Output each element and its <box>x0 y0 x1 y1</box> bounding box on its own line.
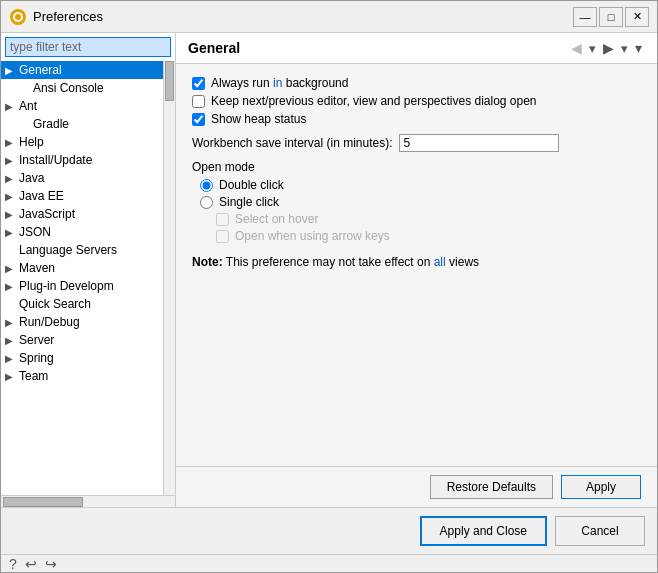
minimize-button[interactable]: — <box>573 7 597 27</box>
select-on-hover-checkbox[interactable] <box>216 213 229 226</box>
tree-item-ansiconsole[interactable]: Ansi Console <box>1 79 163 97</box>
single-click-row: Single click <box>200 195 641 209</box>
keep-editor-label: Keep next/previous editor, view and pers… <box>211 94 537 108</box>
tree-item-general[interactable]: ▶General <box>1 61 163 79</box>
note-bold: Note: <box>192 255 223 269</box>
scroll-thumb[interactable] <box>165 61 174 101</box>
show-heap-row: Show heap status <box>192 112 641 126</box>
tree-item-label: JavaScript <box>19 207 75 221</box>
nav-menu-button[interactable]: ▾ <box>632 39 645 57</box>
tree-arrow: ▶ <box>5 371 19 382</box>
tree-container: ▶General Ansi Console▶Ant Gradle▶Help▶In… <box>1 61 163 495</box>
tree-item-languageservers[interactable]: Language Servers <box>1 241 163 259</box>
tree-item-label: Language Servers <box>19 243 117 257</box>
right-panel-buttons: Restore Defaults Apply <box>176 466 657 507</box>
h-scroll-thumb[interactable] <box>3 497 83 507</box>
tree-item-json[interactable]: ▶JSON <box>1 223 163 241</box>
maximize-button[interactable]: □ <box>599 7 623 27</box>
window-title: Preferences <box>33 9 573 24</box>
note-all-link[interactable]: all <box>434 255 446 269</box>
help-icon[interactable]: ? <box>9 556 17 572</box>
nav-separator2: ▾ <box>621 41 628 56</box>
export-icon[interactable]: ↪ <box>45 556 57 572</box>
restore-defaults-button[interactable]: Restore Defaults <box>430 475 553 499</box>
tree-item-label: Ansi Console <box>33 81 104 95</box>
tree-arrow: ▶ <box>5 335 19 346</box>
open-arrow-keys-label: Open when using arrow keys <box>235 229 390 243</box>
tree-item-ant[interactable]: ▶Ant <box>1 97 163 115</box>
vertical-scrollbar[interactable] <box>163 61 175 495</box>
double-click-radio[interactable] <box>200 179 213 192</box>
tree-arrow: ▶ <box>5 173 19 184</box>
nav-back-button[interactable]: ◀ <box>568 39 585 57</box>
always-run-checkbox[interactable] <box>192 77 205 90</box>
status-bar: ? ↩ ↪ <box>1 554 657 572</box>
tree-arrow: ▶ <box>5 137 19 148</box>
tree-item-label: Team <box>19 369 48 383</box>
tree-item-plug-indevelopm[interactable]: ▶Plug-in Developm <box>1 277 163 295</box>
workbench-interval-label: Workbench save interval (in minutes): <box>192 136 393 150</box>
section-title: General <box>188 40 240 56</box>
tree-arrow: ▶ <box>5 317 19 328</box>
tree-item-label: General <box>19 63 62 77</box>
select-on-hover-label: Select on hover <box>235 212 318 226</box>
tree-item-quicksearch[interactable]: Quick Search <box>1 295 163 313</box>
nav-forward-button[interactable]: ▶ <box>600 39 617 57</box>
single-click-label: Single click <box>219 195 279 209</box>
preferences-dialog: Preferences — □ ✕ ▶General Ansi Console▶… <box>0 0 658 573</box>
tree-item-label: Plug-in Developm <box>19 279 114 293</box>
tree-arrow: ▶ <box>5 227 19 238</box>
tree-arrow: ▶ <box>5 191 19 202</box>
tree-item-label: Spring <box>19 351 54 365</box>
filter-input[interactable] <box>5 37 171 57</box>
tree-item-label: Quick Search <box>19 297 91 311</box>
right-header: General ◀ ▾ ▶ ▾ ▾ <box>176 33 657 64</box>
keep-editor-checkbox[interactable] <box>192 95 205 108</box>
tree-item-rundebug[interactable]: ▶Run/Debug <box>1 313 163 331</box>
show-heap-checkbox[interactable] <box>192 113 205 126</box>
window-controls: — □ ✕ <box>573 7 649 27</box>
in-highlight: in <box>273 76 282 90</box>
tree-item-label: Maven <box>19 261 55 275</box>
tree-arrow: ▶ <box>5 353 19 364</box>
workbench-interval-input[interactable] <box>399 134 559 152</box>
tree-arrow: ▶ <box>5 65 19 76</box>
tree-arrow: ▶ <box>5 101 19 112</box>
title-bar: Preferences — □ ✕ <box>1 1 657 33</box>
always-run-label: Always run in background <box>211 76 348 90</box>
tree-item-installupdate[interactable]: ▶Install/Update <box>1 151 163 169</box>
single-click-radio[interactable] <box>200 196 213 209</box>
main-content: ▶General Ansi Console▶Ant Gradle▶Help▶In… <box>1 33 657 507</box>
tree-scroll-area: ▶General Ansi Console▶Ant Gradle▶Help▶In… <box>1 61 175 495</box>
open-arrow-keys-checkbox[interactable] <box>216 230 229 243</box>
tree-item-label: Install/Update <box>19 153 92 167</box>
tree-item-team[interactable]: ▶Team <box>1 367 163 385</box>
app-icon <box>9 8 27 26</box>
double-click-label: Double click <box>219 178 284 192</box>
status-icons: ? ↩ ↪ <box>9 556 57 572</box>
note-text2: views <box>449 255 479 269</box>
tree-item-maven[interactable]: ▶Maven <box>1 259 163 277</box>
tree-item-help[interactable]: ▶Help <box>1 133 163 151</box>
tree-item-spring[interactable]: ▶Spring <box>1 349 163 367</box>
tree-item-label: JSON <box>19 225 51 239</box>
tree-arrow: ▶ <box>5 263 19 274</box>
cancel-button[interactable]: Cancel <box>555 516 645 546</box>
right-panel: General ◀ ▾ ▶ ▾ ▾ Always run in backgrou… <box>176 33 657 507</box>
tree-item-javaee[interactable]: ▶Java EE <box>1 187 163 205</box>
tree-item-gradle[interactable]: Gradle <box>1 115 163 133</box>
close-button[interactable]: ✕ <box>625 7 649 27</box>
always-run-row: Always run in background <box>192 76 641 90</box>
right-body: Always run in background Keep next/previ… <box>176 64 657 466</box>
apply-close-button[interactable]: Apply and Close <box>420 516 547 546</box>
tree-item-javascript[interactable]: ▶JavaScript <box>1 205 163 223</box>
note-section: Note: This preference may not take effec… <box>192 255 641 269</box>
import-icon[interactable]: ↩ <box>25 556 37 572</box>
tree-item-java[interactable]: ▶Java <box>1 169 163 187</box>
svg-point-2 <box>15 14 21 20</box>
tree-item-label: Ant <box>19 99 37 113</box>
apply-button[interactable]: Apply <box>561 475 641 499</box>
horizontal-scrollbar[interactable] <box>1 495 175 507</box>
tree-item-label: Server <box>19 333 54 347</box>
tree-item-server[interactable]: ▶Server <box>1 331 163 349</box>
